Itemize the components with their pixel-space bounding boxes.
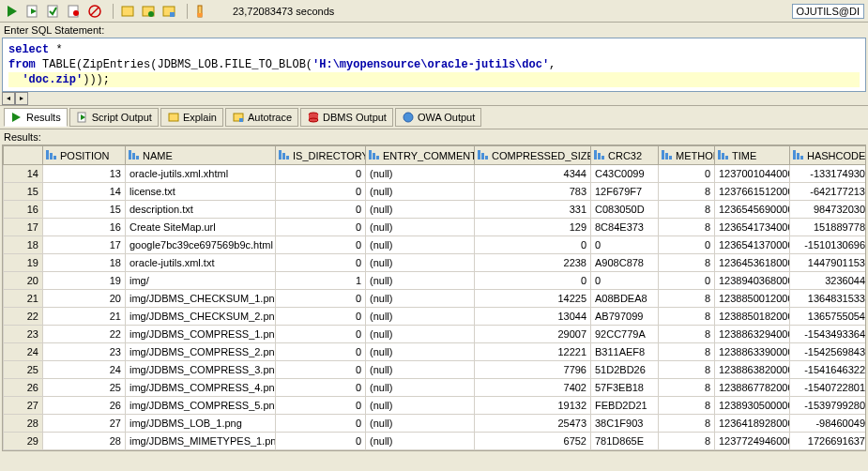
- tab-owa-output[interactable]: OWA Output: [395, 108, 481, 127]
- cell-hash: 3236044: [790, 272, 867, 290]
- cell-name: img/JDBMS_COMPRESS_2.png: [126, 343, 276, 361]
- table-row[interactable]: 1413oracle-jutils.xml.xhtml0(null)4344C4…: [4, 165, 867, 183]
- cancel-icon[interactable]: [86, 3, 103, 20]
- table-row[interactable]: 2423img/JDBMS_COMPRESS_2.png0(null)12221…: [4, 343, 867, 361]
- table-row[interactable]: 1615description.txt0(null)331C083050D812…: [4, 201, 867, 219]
- cell-name: license.txt: [126, 183, 276, 201]
- cell-crc: 8C84E373: [591, 219, 659, 236]
- cell-rownum: 21: [4, 290, 43, 308]
- col-comment[interactable]: ENTRY_COMMENT: [366, 146, 475, 165]
- tab-script-output[interactable]: Script Output: [69, 108, 159, 127]
- dbms-icon: [307, 111, 320, 124]
- cell-time: 1238930500000: [715, 397, 790, 415]
- tab-explain[interactable]: Explain: [160, 108, 223, 127]
- cell-isdir: 0: [276, 361, 366, 379]
- tab-label: Explain: [183, 112, 217, 123]
- cell-comment: (null): [366, 308, 475, 326]
- col-crc32[interactable]: CRC32: [591, 146, 659, 165]
- cell-time: 1238863390000: [715, 343, 790, 361]
- cell-isdir: 0: [276, 254, 366, 272]
- clear-icon[interactable]: [193, 3, 210, 20]
- table-row[interactable]: 2726img/JDBMS_COMPRESS_5.png0(null)19132…: [4, 397, 867, 415]
- svg-rect-41: [598, 153, 601, 160]
- horizontal-scroll: ◂ ▸: [0, 92, 868, 105]
- svg-rect-30: [136, 156, 139, 160]
- col-hashcode[interactable]: HASHCODE: [790, 146, 867, 165]
- cell-crc: A08BDEA8: [591, 290, 659, 308]
- col-method[interactable]: METHOD: [659, 146, 715, 165]
- cell-hash: -133174930: [790, 165, 867, 183]
- rollback-icon[interactable]: [66, 3, 83, 20]
- svg-rect-28: [129, 150, 131, 160]
- svg-line-7: [91, 8, 99, 15]
- cell-crc: 12F679F7: [591, 183, 659, 201]
- explain-icon: [167, 111, 180, 124]
- sql-editor[interactable]: select * from TABLE(ZipEntries(JDBMS_LOB…: [3, 38, 865, 91]
- cell-time: 1237661512000: [715, 183, 790, 201]
- tab-dbms-output[interactable]: DBMS Output: [300, 108, 393, 127]
- tab-results[interactable]: Results: [4, 108, 68, 127]
- col-compressed-size[interactable]: COMPRESSED_SIZE: [475, 146, 591, 165]
- col-position[interactable]: POSITION: [43, 146, 126, 165]
- svg-rect-29: [132, 153, 135, 160]
- cell-hash: -98460049: [790, 415, 867, 433]
- cell-isdir: 0: [276, 183, 366, 201]
- cell-isdir: 0: [276, 326, 366, 343]
- table-row[interactable]: 1817google7bc39ce697569b9c.html0(null)00…: [4, 236, 867, 254]
- col-isdirectory[interactable]: IS_DIRECTORY: [276, 146, 366, 165]
- cell-crc: AB797099: [591, 308, 659, 326]
- col-name[interactable]: NAME: [126, 146, 276, 165]
- cell-time: 1238867782000: [715, 379, 790, 397]
- table-row[interactable]: 2322img/JDBMS_COMPRESS_1.png0(null)29007…: [4, 326, 867, 343]
- cell-hash: -1543493364: [790, 326, 867, 343]
- sql-history-icon[interactable]: [119, 3, 136, 20]
- svg-rect-32: [282, 153, 285, 160]
- cell-time: 1236541734000: [715, 219, 790, 236]
- cell-name: google7bc39ce697569b9c.html: [126, 236, 276, 254]
- run-script-icon[interactable]: [24, 3, 41, 20]
- script-icon: [76, 111, 89, 124]
- table-row[interactable]: 2625img/JDBMS_COMPRESS_4.png0(null)74025…: [4, 379, 867, 397]
- cell-rownum: 17: [4, 219, 43, 236]
- connection-label[interactable]: OJUTILS@DI: [792, 4, 864, 19]
- tab-label: Results: [26, 112, 61, 123]
- cell-hash: 1364831533: [790, 290, 867, 308]
- cell-crc: A908C878: [591, 254, 659, 272]
- cell-comment: (null): [366, 415, 475, 433]
- svg-rect-33: [286, 156, 289, 160]
- cell-name: img/JDBMS_COMPRESS_5.png: [126, 397, 276, 415]
- execute-explain-icon[interactable]: [140, 3, 157, 20]
- run-icon[interactable]: [4, 3, 21, 20]
- cell-position: 21: [43, 308, 126, 326]
- table-row[interactable]: 2221img/JDBMS_CHECKSUM_2.png0(null)13044…: [4, 308, 867, 326]
- results-grid[interactable]: POSITION NAME IS_DIRECTORY ENTRY_COMMENT…: [3, 145, 866, 450]
- table-row[interactable]: 1716Create SiteMap.url0(null)1298C84E373…: [4, 219, 867, 236]
- cell-comment: (null): [366, 290, 475, 308]
- cell-rownum: 22: [4, 308, 43, 326]
- scroll-right-icon[interactable]: ▸: [15, 92, 28, 105]
- table-row[interactable]: 2928img/JDBMS_MIMETYPES_1.png0(null)6752…: [4, 433, 867, 450]
- scroll-left-icon[interactable]: ◂: [2, 92, 15, 105]
- cell-comment: (null): [366, 219, 475, 236]
- cell-csize: 25473: [475, 415, 591, 433]
- tab-autotrace[interactable]: Autotrace: [225, 108, 298, 127]
- table-row[interactable]: 2827img/JDBMS_LOB_1.png0(null)2547338C1F…: [4, 415, 867, 433]
- svg-rect-50: [797, 153, 799, 160]
- table-row[interactable]: 2524img/JDBMS_COMPRESS_3.png0(null)77965…: [4, 361, 867, 379]
- commit-icon[interactable]: [45, 3, 62, 20]
- table-row[interactable]: 1918oracle-jutils.xml.txt0(null)2238A908…: [4, 254, 867, 272]
- cell-rownum: 25: [4, 361, 43, 379]
- cell-hash: 151889778: [790, 219, 867, 236]
- table-row[interactable]: 2120img/JDBMS_CHECKSUM_1.png0(null)14225…: [4, 290, 867, 308]
- col-time[interactable]: TIME: [715, 146, 790, 165]
- cell-comment: (null): [366, 397, 475, 415]
- cell-rownum: 20: [4, 272, 43, 290]
- table-row[interactable]: 1514license.txt0(null)78312F679F78123766…: [4, 183, 867, 201]
- table-row[interactable]: 2019img/1(null)00012389403680003236044: [4, 272, 867, 290]
- cell-method: 8: [659, 326, 715, 343]
- cell-time: 1238850012000: [715, 290, 790, 308]
- tab-label: DBMS Output: [323, 112, 387, 123]
- cell-hash: 1365755054: [790, 308, 867, 326]
- autotrace-icon[interactable]: [160, 3, 177, 20]
- col-rownum[interactable]: [4, 146, 43, 165]
